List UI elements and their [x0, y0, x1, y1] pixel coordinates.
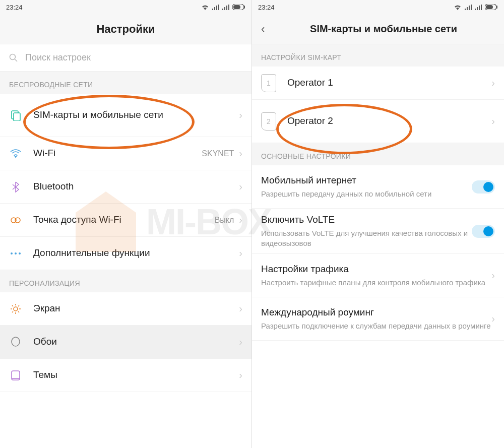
- svg-point-13: [14, 307, 18, 311]
- item-label: Мобильный интернет: [261, 174, 472, 187]
- item-label: Bluetooth: [33, 180, 239, 193]
- chevron-right-icon: ›: [491, 115, 495, 127]
- svg-rect-26: [486, 5, 493, 9]
- chevron-right-icon: ›: [239, 303, 242, 314]
- search-placeholder: Поиск настроек: [25, 52, 91, 63]
- status-bar: 23:24: [0, 0, 251, 14]
- themes-item[interactable]: Темы ›: [0, 359, 251, 392]
- phone-left-settings: 23:24 Настройки Поиск настроек БЕСПРОВОД…: [0, 0, 252, 448]
- item-label: Operator 1: [287, 77, 491, 89]
- svg-line-21: [18, 305, 19, 306]
- item-label: SIM-карты и мобильные сети: [33, 109, 239, 121]
- hotspot-icon: [9, 216, 22, 224]
- status-icons: [201, 4, 245, 10]
- chevron-right-icon: ›: [491, 270, 495, 281]
- item-value: Выкл: [215, 216, 234, 225]
- svg-rect-1: [244, 6, 245, 9]
- chevron-right-icon: ›: [491, 77, 495, 89]
- status-time: 23:24: [6, 4, 23, 11]
- page-title: SIM-карты и мобильные сети: [310, 23, 457, 35]
- signal-icon: [465, 5, 472, 10]
- back-button[interactable]: ‹: [261, 23, 265, 36]
- more-item[interactable]: Дополнительные функции ›: [0, 237, 251, 270]
- svg-point-12: [19, 252, 21, 254]
- item-value: SKYNET: [202, 149, 234, 158]
- section-wireless: БЕСПРОВОДНЫЕ СЕТИ: [0, 72, 251, 94]
- screen-item[interactable]: Экран ›: [0, 292, 251, 326]
- svg-line-20: [12, 311, 13, 312]
- operator-2-item[interactable]: 2 Operator 2 ›: [252, 100, 504, 143]
- more-icon: [9, 252, 22, 255]
- volte-item[interactable]: Включить VoLTE Использовать VoLTE для ул…: [252, 209, 504, 254]
- wallpaper-item[interactable]: Обои ›: [0, 326, 251, 359]
- signal-icon: [222, 5, 229, 10]
- chevron-right-icon: ›: [239, 181, 242, 193]
- search-input[interactable]: Поиск настроек: [0, 44, 251, 72]
- chevron-right-icon: ›: [239, 247, 242, 259]
- wifi-status-icon: [454, 4, 462, 10]
- svg-line-4: [15, 59, 17, 61]
- bluetooth-icon: [9, 181, 22, 193]
- wifi-status-icon: [201, 4, 209, 10]
- page-title: Настройки: [96, 23, 155, 36]
- battery-icon: [232, 4, 245, 10]
- traffic-item[interactable]: Настройки трафика Настроить тарифные пла…: [252, 254, 504, 297]
- hotspot-item[interactable]: Точка доступа Wi-Fi Выкл ›: [0, 204, 251, 237]
- svg-rect-6: [14, 113, 20, 121]
- wallpaper-icon: [9, 337, 22, 348]
- item-desc: Разрешить передачу данных по мобильной с…: [261, 189, 472, 199]
- chevron-right-icon: ›: [491, 313, 495, 325]
- search-icon: [9, 53, 18, 62]
- chevron-right-icon: ›: [239, 214, 242, 226]
- phone-right-sim: 23:24 ‹ SIM-карты и мобильные сети НАСТР…: [252, 0, 504, 448]
- chevron-right-icon: ›: [239, 109, 242, 121]
- signal-icon: [475, 5, 482, 10]
- chevron-right-icon: ›: [239, 148, 242, 159]
- svg-point-3: [10, 54, 16, 59]
- item-label: Экран: [33, 302, 239, 315]
- svg-point-10: [11, 252, 13, 254]
- item-label: Wi-Fi: [33, 147, 202, 160]
- item-label: Дополнительные функции: [33, 247, 239, 260]
- header: ‹ SIM-карты и мобильные сети: [252, 14, 504, 44]
- mobile-data-item[interactable]: Мобильный интернет Разрешить передачу да…: [252, 165, 504, 209]
- svg-rect-2: [233, 5, 240, 9]
- item-label: Точка доступа Wi-Fi: [33, 214, 215, 226]
- header: Настройки: [0, 14, 251, 44]
- wifi-icon: [9, 149, 22, 158]
- svg-line-18: [12, 305, 13, 306]
- sim2-icon: 2: [261, 112, 276, 131]
- chevron-right-icon: ›: [239, 369, 242, 381]
- wifi-item[interactable]: Wi-Fi SKYNET ›: [0, 137, 251, 170]
- signal-icon: [212, 5, 219, 10]
- sim-icon: [9, 110, 22, 121]
- item-label: Operator 2: [287, 115, 491, 127]
- item-label: Обои: [33, 336, 239, 348]
- chevron-right-icon: ›: [239, 336, 242, 348]
- status-bar: 23:24: [252, 0, 504, 14]
- status-icons: [454, 4, 498, 10]
- item-label: Настройки трафика: [261, 263, 491, 276]
- roaming-item[interactable]: Международный роуминг Разрешить подключе…: [252, 297, 504, 341]
- sim-cards-item[interactable]: SIM-карты и мобильные сети ›: [0, 94, 251, 137]
- svg-point-7: [15, 156, 17, 157]
- svg-rect-25: [496, 6, 497, 9]
- item-desc: Настроить тарифные планы для контроля мо…: [261, 278, 491, 288]
- status-time: 23:24: [258, 4, 275, 11]
- sim1-icon: 1: [261, 74, 276, 92]
- themes-icon: [9, 370, 22, 381]
- volte-toggle[interactable]: [472, 225, 495, 238]
- svg-point-11: [15, 252, 17, 254]
- mobile-data-toggle[interactable]: [472, 180, 495, 194]
- section-main-settings: ОСНОВНЫЕ НАСТРОЙКИ: [252, 143, 504, 165]
- section-personalization: ПЕРСОНАЛИЗАЦИЯ: [0, 270, 251, 292]
- section-sim-settings: НАСТРОЙКИ SIM-КАРТ: [252, 44, 504, 67]
- operator-1-item[interactable]: 1 Operator 1 ›: [252, 67, 504, 100]
- item-desc: Разрешить подключение к службам передачи…: [261, 321, 491, 331]
- item-label: Темы: [33, 369, 239, 381]
- svg-line-19: [18, 311, 19, 312]
- bluetooth-item[interactable]: Bluetooth ›: [0, 170, 251, 204]
- item-label: Включить VoLTE: [261, 214, 472, 226]
- brightness-icon: [9, 303, 22, 314]
- battery-icon: [485, 4, 498, 10]
